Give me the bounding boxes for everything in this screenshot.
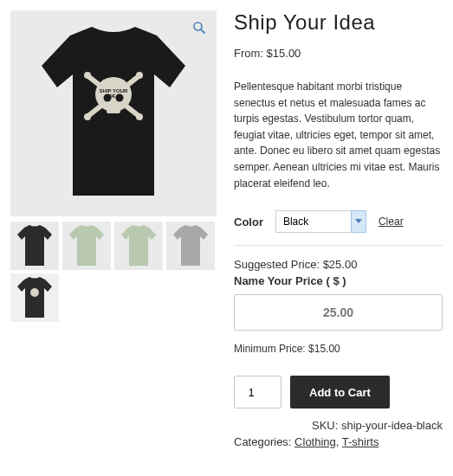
svg-point-3 bbox=[136, 72, 143, 79]
sku: SKU: ship-your-idea-black bbox=[234, 419, 443, 432]
tshirt-graphic: SHIP YOUR IDEA bbox=[40, 27, 187, 200]
svg-line-13 bbox=[201, 29, 204, 33]
product-description: Pellentesque habitant morbi tristique se… bbox=[234, 79, 443, 191]
name-your-price-input[interactable] bbox=[234, 294, 443, 331]
thumbnail-5[interactable] bbox=[10, 273, 59, 322]
from-label: From: bbox=[234, 47, 263, 60]
category-link-tshirts[interactable]: T-shirts bbox=[342, 435, 379, 448]
category-link-clothing[interactable]: Clothing bbox=[294, 435, 336, 448]
name-your-price-label: Name Your Price ( $ ) bbox=[234, 274, 443, 287]
min-value: $15.00 bbox=[308, 343, 340, 355]
thumbnail-gallery bbox=[10, 222, 217, 322]
suggested-price: Suggested Price: $25.00 bbox=[234, 258, 443, 271]
suggested-label: Suggested Price: bbox=[234, 258, 320, 271]
suggested-value: $25.00 bbox=[323, 258, 358, 271]
quantity-input[interactable] bbox=[234, 376, 282, 408]
svg-point-5 bbox=[136, 113, 143, 120]
svg-text:IDEA: IDEA bbox=[107, 93, 120, 99]
minimum-price: Minimum Price: $15.00 bbox=[234, 343, 443, 355]
from-price: From: $15.00 bbox=[234, 47, 443, 60]
color-select[interactable]: Black bbox=[275, 210, 366, 233]
clear-link[interactable]: Clear bbox=[379, 215, 404, 228]
thumbnail-2[interactable] bbox=[62, 222, 111, 270]
svg-point-2 bbox=[84, 72, 91, 79]
thumbnail-1[interactable] bbox=[10, 222, 59, 270]
thumbnail-4[interactable] bbox=[166, 222, 215, 270]
categories-label: Categories: bbox=[234, 435, 291, 448]
add-to-cart-button[interactable]: Add to Cart bbox=[290, 376, 390, 408]
zoom-icon[interactable] bbox=[191, 19, 208, 36]
from-price-value: $15.00 bbox=[267, 47, 301, 60]
svg-rect-9 bbox=[107, 108, 120, 113]
min-label: Minimum Price: bbox=[234, 343, 306, 355]
svg-point-4 bbox=[84, 113, 91, 120]
color-label: Color bbox=[234, 215, 263, 228]
categories: Categories: Clothing, T-shirts bbox=[234, 435, 443, 448]
product-main-image[interactable]: SHIP YOUR IDEA bbox=[10, 10, 217, 216]
product-title: Ship Your Idea bbox=[234, 10, 443, 35]
sku-label: SKU: bbox=[312, 419, 338, 432]
thumbnail-3[interactable] bbox=[114, 222, 163, 270]
sku-value: ship-your-idea-black bbox=[341, 419, 443, 432]
svg-point-14 bbox=[30, 288, 39, 297]
